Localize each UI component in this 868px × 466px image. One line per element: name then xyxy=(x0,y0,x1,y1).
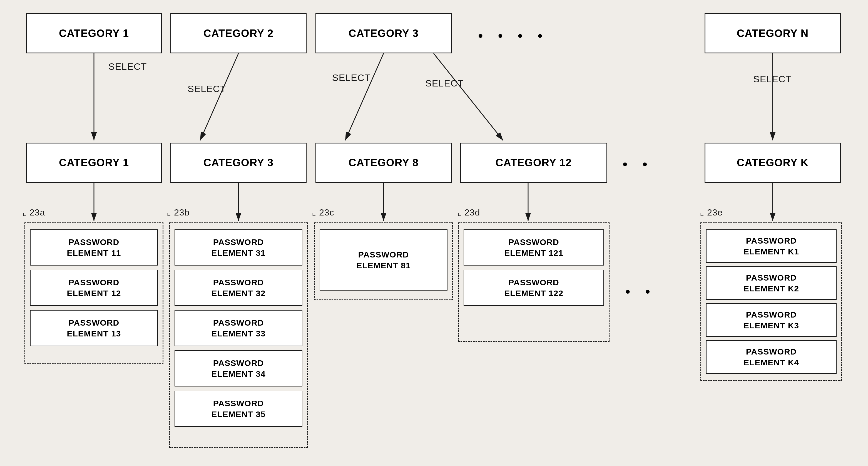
pw-element-35: PASSWORDELEMENT 35 xyxy=(175,391,302,427)
group-label-23a: ⌞ 23a xyxy=(22,207,45,218)
group-label-23b: ⌞ 23b xyxy=(167,207,190,218)
select-label-4: SELECT xyxy=(425,78,464,89)
diagram-container: CATEGORY 1 CATEGORY 2 CATEGORY 3 CATEGOR… xyxy=(0,0,868,466)
category-8-mid: CATEGORY 8 xyxy=(315,143,452,183)
pw-element-34: PASSWORDELEMENT 34 xyxy=(175,350,302,386)
pw-element-33: PASSWORDELEMENT 33 xyxy=(175,310,302,346)
pw-element-31: PASSWORDELEMENT 31 xyxy=(175,229,302,265)
category-1-mid: CATEGORY 1 xyxy=(26,143,162,183)
pw-element-12: PASSWORDELEMENT 12 xyxy=(30,270,158,306)
select-label-3: SELECT xyxy=(332,72,371,83)
category-2-top: CATEGORY 2 xyxy=(170,13,307,53)
group-label-23c: ⌞ 23c xyxy=(312,207,334,218)
category-1-top: CATEGORY 1 xyxy=(26,13,162,53)
category-3-top: CATEGORY 3 xyxy=(315,13,452,53)
pw-element-K3: PASSWORDELEMENT K3 xyxy=(706,303,837,337)
select-label-2: SELECT xyxy=(188,83,226,94)
pw-element-81: PASSWORDELEMENT 81 xyxy=(320,229,447,291)
arrow-cat3b-select xyxy=(434,53,503,140)
pw-element-32: PASSWORDELEMENT 32 xyxy=(175,270,302,306)
dots-top-1: • • • • xyxy=(478,28,548,44)
group-label-23d: ⌞ 23d xyxy=(457,207,480,218)
dots-bottom: • • xyxy=(625,284,656,300)
pw-element-K2: PASSWORDELEMENT K2 xyxy=(706,266,837,300)
group-label-23e: ⌞ 23e xyxy=(700,207,723,218)
pw-element-11: PASSWORDELEMENT 11 xyxy=(30,229,158,265)
category-3-mid: CATEGORY 3 xyxy=(170,143,307,183)
pw-element-121: PASSWORDELEMENT 121 xyxy=(464,229,604,265)
dots-mid: • • xyxy=(623,156,653,172)
category-K-mid: CATEGORY K xyxy=(705,143,841,183)
arrow-cat2-select xyxy=(200,53,239,140)
pw-element-13: PASSWORDELEMENT 13 xyxy=(30,310,158,346)
select-label-1: SELECT xyxy=(108,61,147,72)
pw-element-K4: PASSWORDELEMENT K4 xyxy=(706,340,837,374)
category-N-top: CATEGORY N xyxy=(705,13,841,53)
arrow-cat3-select xyxy=(345,53,383,140)
select-label-N: SELECT xyxy=(753,74,792,85)
pw-element-122: PASSWORDELEMENT 122 xyxy=(464,270,604,306)
category-12-mid: CATEGORY 12 xyxy=(460,143,607,183)
pw-element-K1: PASSWORDELEMENT K1 xyxy=(706,229,837,263)
